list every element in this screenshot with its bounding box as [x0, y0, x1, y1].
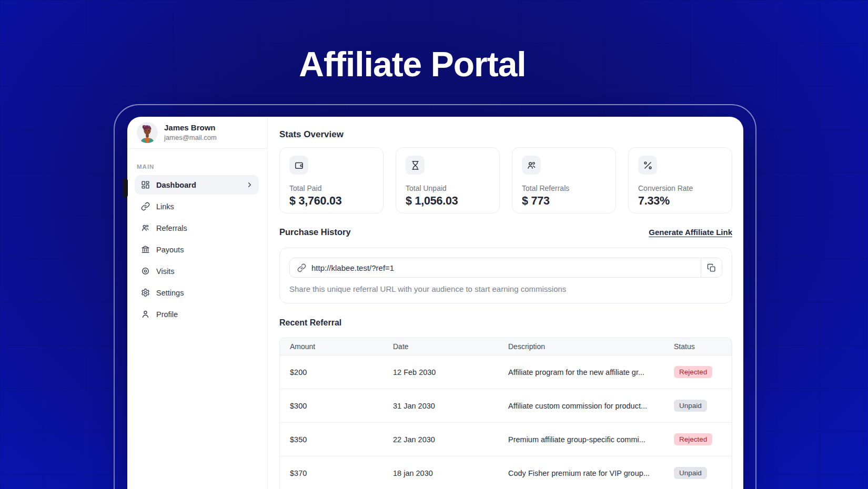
status-badge: Rejected [674, 366, 712, 378]
recent-referral-heading: Recent Referral [279, 318, 732, 328]
cell-description: Cody Fisher premium rate for VIP group..… [498, 469, 664, 477]
target-icon [140, 267, 150, 276]
app-window: James Brown james@mail.com MAIN Dashboar… [127, 117, 743, 489]
link-icon [140, 202, 150, 211]
table-header-row: Amount Date Description Status [280, 338, 732, 355]
hourglass-icon [406, 156, 425, 175]
chevron-right-icon [246, 181, 254, 189]
cell-date: 22 Jan 2030 [383, 435, 498, 444]
sidebar-item-label: Settings [156, 289, 184, 297]
stat-value: $ 773 [522, 195, 606, 208]
page-title: Affiliate Portal [299, 44, 526, 84]
cell-amount: $300 [280, 402, 383, 410]
stat-card-conversion-rate: Conversion Rate 7.33% [628, 147, 732, 213]
stat-value: $ 1,056.03 [406, 195, 490, 208]
status-badge: Unpaid [674, 400, 707, 412]
column-header-date: Date [383, 342, 498, 351]
table-row: $300 31 Jan 2030 Affiliate custom commis… [280, 389, 732, 423]
sidebar-item-payouts[interactable]: Payouts [135, 239, 259, 260]
referral-url-card: Share this unique referral URL with your… [279, 248, 732, 303]
device-side-button [123, 178, 128, 198]
sidebar-item-label: Links [156, 202, 174, 211]
sidebar-item-profile[interactable]: Profile [135, 303, 259, 325]
stat-value: 7.33% [638, 195, 722, 208]
column-header-description: Description [498, 342, 664, 351]
column-header-status: Status [664, 342, 732, 351]
cell-amount: $200 [280, 368, 383, 376]
referral-url-helper: Share this unique referral URL with your… [289, 284, 722, 293]
recent-referral-table: Amount Date Description Status $200 12 F… [279, 338, 732, 489]
cell-status: Unpaid [664, 467, 732, 479]
sidebar-item-settings[interactable]: Settings [135, 282, 259, 303]
sidebar-item-label: Visits [156, 267, 174, 276]
screen-background: Affiliate Portal [0, 0, 868, 489]
cell-amount: $370 [280, 469, 383, 477]
divider [127, 148, 267, 149]
cell-status: Unpaid [664, 400, 732, 412]
cell-status: Rejected [664, 433, 732, 445]
stat-value: $ 3,760.03 [289, 195, 374, 208]
sidebar-item-visits[interactable]: Visits [135, 260, 259, 282]
copy-button[interactable] [701, 258, 722, 277]
percent-icon [638, 156, 657, 175]
cell-date: 18 jan 2030 [383, 469, 498, 477]
stat-label: Total Unpaid [406, 184, 490, 192]
stats-heading: Stats Overview [279, 129, 732, 140]
table-body: $200 12 Feb 2030 Affiliate program for t… [280, 355, 732, 489]
user-block[interactable]: James Brown james@mail.com [127, 117, 267, 148]
user-info: James Brown james@mail.com [164, 123, 217, 142]
table-row: $350 22 Jan 2030 Premium affiliate group… [280, 423, 732, 456]
stat-label: Total Referrals [522, 184, 606, 192]
cell-amount: $350 [280, 435, 383, 444]
sidebar-item-label: Payouts [156, 246, 184, 254]
user-icon [140, 310, 150, 319]
user-name: James Brown [164, 123, 217, 133]
cell-date: 31 Jan 2030 [383, 402, 498, 410]
referral-url-input[interactable] [311, 263, 701, 272]
purchase-history-heading: Purchase History [279, 227, 351, 237]
cell-description: Affiliate custom commission for product.… [498, 402, 664, 410]
sidebar-nav: Dashboard Links [127, 175, 267, 325]
sidebar-item-label: Dashboard [156, 181, 196, 189]
cell-status: Rejected [664, 366, 732, 378]
sidebar-item-links[interactable]: Links [135, 196, 259, 217]
bank-icon [140, 245, 150, 254]
table-row: $370 18 jan 2030 Cody Fisher premium rat… [280, 456, 732, 489]
referral-url-field [289, 258, 722, 278]
status-badge: Rejected [674, 433, 712, 445]
gear-icon [140, 288, 150, 298]
table-row: $200 12 Feb 2030 Affiliate program for t… [280, 355, 732, 389]
link-icon [297, 263, 306, 272]
user-email: james@mail.com [164, 134, 217, 142]
dashboard-icon [140, 180, 150, 190]
sidebar-item-label: Profile [156, 310, 178, 319]
sidebar-item-label: Referrals [156, 224, 187, 232]
sidebar-item-dashboard[interactable]: Dashboard [135, 175, 259, 195]
stat-card-total-referrals: Total Referrals $ 773 [512, 147, 616, 213]
cell-description: Premium affiliate group-specific commi..… [498, 435, 664, 444]
referrals-icon [140, 223, 150, 233]
sidebar: James Brown james@mail.com MAIN Dashboar… [127, 117, 268, 489]
avatar [137, 122, 158, 143]
main-content: Stats Overview Total Paid $ 3,760.03 [268, 117, 743, 489]
cell-description: Affiliate program for the new affiliate … [498, 368, 664, 376]
column-header-amount: Amount [280, 342, 383, 351]
stat-label: Conversion Rate [638, 184, 722, 192]
stat-card-total-unpaid: Total Unpaid $ 1,056.03 [396, 147, 500, 213]
stat-card-total-paid: Total Paid $ 3,760.03 [279, 147, 383, 213]
copy-icon [707, 263, 716, 272]
wallet-icon [289, 156, 308, 175]
status-badge: Unpaid [674, 467, 707, 479]
stat-grid: Total Paid $ 3,760.03 Total Unpaid $ 1,0… [279, 147, 732, 213]
referrals-icon [522, 156, 541, 175]
sidebar-item-referrals[interactable]: Referrals [135, 217, 259, 239]
generate-affiliate-link[interactable]: Generate Affiliate Link [649, 228, 732, 237]
sidebar-section-label: MAIN [137, 164, 267, 170]
stat-label: Total Paid [289, 184, 374, 192]
cell-date: 12 Feb 2030 [383, 368, 498, 376]
